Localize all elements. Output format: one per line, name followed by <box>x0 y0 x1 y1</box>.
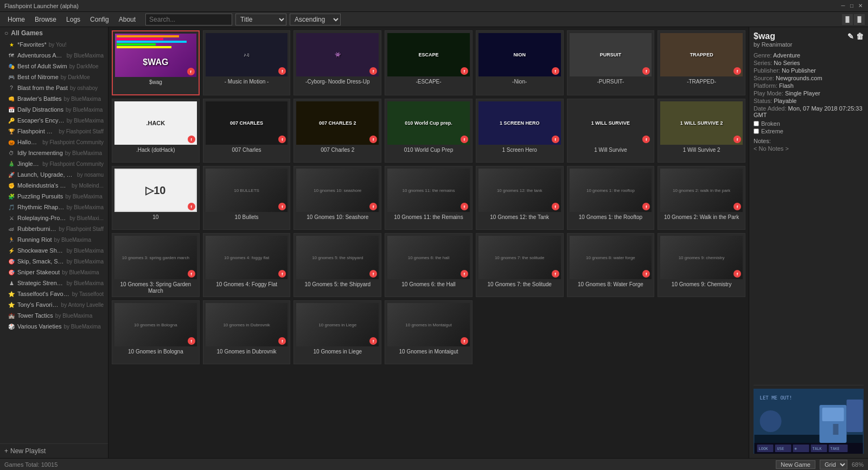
sidebar-item-9[interactable]: 🎃Halloween Haunts by Flashpoint Communit… <box>0 137 108 147</box>
sidebar-item-1[interactable]: 🗺Adventurous Avenues by BlueMaxima <box>0 50 108 61</box>
sidebar-item-0[interactable]: ★*Favorites* by You! <box>0 39 108 50</box>
svg-text:LOOK: LOOK <box>759 447 769 451</box>
sidebar-item-7[interactable]: 🔑Escaper's Encyclopedia by BlueMaxima <box>0 115 108 126</box>
game-card-18[interactable]: 10 gnomes 11: the remains f 10 Gnomes 11… <box>385 166 473 230</box>
game-card-2[interactable]: ♪♫ f - Music in Motion - <box>203 30 291 95</box>
sidebar-item-12[interactable]: 🚀Launch, Upgrade, Repeat by nosamu <box>0 169 108 180</box>
sidebar-item-21[interactable]: 🎯Sniper Stakeout by BlueMaxima <box>0 267 108 278</box>
extreme-checkbox-row: Extreme <box>754 128 864 134</box>
game-title-6: -PURSUIT- <box>597 79 624 92</box>
game-title-13: 1 Will Survive <box>594 147 627 160</box>
game-thumb-2: ♪♫ f <box>206 33 288 76</box>
game-card-12[interactable]: 1 SCREEN HERO f 1 Screen Hero <box>476 99 564 163</box>
layout-btn-1[interactable]: ▐▌ <box>842 14 853 25</box>
game-card-15[interactable]: ▷10 f 10 <box>112 166 200 230</box>
game-card-22[interactable]: 10 gnomes 3: spring garden march f 10 Gn… <box>112 233 200 297</box>
sidebar-item-22[interactable]: ♟Strategic Strengths by BlueMaxima <box>0 278 108 288</box>
sidebar-item-19[interactable]: ⚡Shockwave Shockers by BlueMaxima <box>0 245 108 256</box>
status-bar: Games Total: 10015 New Game Grid List 68… <box>0 458 868 470</box>
broken-checkbox[interactable] <box>754 121 759 126</box>
sidebar-icon-16: ⚔ <box>8 214 15 222</box>
game-card-9[interactable]: 007 CHARLES f 007 Charles <box>203 99 291 163</box>
flash-badge-15: f <box>188 203 195 210</box>
sidebar-all-games[interactable]: ○ All Games <box>0 27 108 39</box>
sidebar-icon-24: ⭐ <box>8 301 15 308</box>
menu-logs[interactable]: Logs <box>62 14 85 25</box>
edit-icon[interactable]: ✎ <box>847 32 854 41</box>
sidebar-item-8[interactable]: 🏆Flashpoint Hall of Fame by Flashpoint S… <box>0 126 108 137</box>
sidebar-item-15[interactable]: 🎵Rhythmic Rhapsodies by BlueMaxima <box>0 202 108 213</box>
sidebar-item-13[interactable]: ✊Molleindustria's Recomme... by Molleind… <box>0 180 108 191</box>
game-card-1[interactable]: $WAG f $wag <box>112 30 200 95</box>
extreme-checkbox[interactable] <box>754 128 759 134</box>
game-card-26[interactable]: 10 gnomes 7: the solitude f 10 Gnomes 7:… <box>476 233 564 297</box>
search-input[interactable] <box>145 14 232 25</box>
game-card-4[interactable]: ESCAPE f -ESCAPE- <box>385 30 473 95</box>
maximize-button[interactable]: □ <box>848 3 855 9</box>
game-card-16[interactable]: 10 BULLETS f 10 Bullets <box>203 166 291 230</box>
minimize-button[interactable]: ─ <box>840 3 846 9</box>
game-card-25[interactable]: 10 gnomes 6: the hall f 10 Gnomes 6: the… <box>385 233 473 297</box>
game-card-17[interactable]: 10 gnomes 10: seashore f 10 Gnomes 10: S… <box>293 166 381 230</box>
game-card-6[interactable]: PURSUIT f -PURSUIT- <box>567 30 655 95</box>
game-card-23[interactable]: 10 gnomes 4: foggy flat f 10 Gnomes 4: F… <box>203 233 291 297</box>
game-card-10[interactable]: 007 CHARLES 2 f 007 Charles 2 <box>293 99 381 163</box>
sidebar-item-11[interactable]: 🎄Jingle Jollies by Flashpoint Community <box>0 158 108 169</box>
new-game-button[interactable]: New Game <box>776 460 815 469</box>
game-card-24[interactable]: 10 gnomes 5: the shipyard f 10 Gnomes 5:… <box>293 233 381 297</box>
view-mode-select[interactable]: Grid List <box>820 460 847 469</box>
game-card-32[interactable]: 10 gnomes in Montaigut f 10 Gnomes in Mo… <box>385 300 473 364</box>
game-card-11[interactable]: 010 World Cup prep. f 010 World Cup Prep <box>385 99 473 163</box>
game-card-13[interactable]: 1 WILL SURVIVE f 1 Will Survive <box>567 99 655 163</box>
sidebar-icon-2: 🎭 <box>8 62 15 70</box>
sidebar-item-6[interactable]: 📅Daily Distractions by BlueMaxima <box>0 104 108 115</box>
menu-home[interactable]: Home <box>3 14 29 25</box>
sidebar-icon-8: 🏆 <box>8 127 15 135</box>
game-card-31[interactable]: 10 gnomes in Liege f 10 Gnomes in Liege <box>293 300 381 364</box>
sidebar-item-25[interactable]: 🏰Tower Tactics by BlueMaxima <box>0 310 108 321</box>
game-card-19[interactable]: 10 gnomes 12: the tank f 10 Gnomes 12: t… <box>476 166 564 230</box>
game-card-30[interactable]: 10 gnomes in Dubrovnik f 10 Gnomes in Du… <box>203 300 291 364</box>
game-card-5[interactable]: NION f -Nion- <box>476 30 564 95</box>
game-title-22: 10 Gnomes 3: Spring Garden March <box>114 281 197 294</box>
menu-browse[interactable]: Browse <box>30 14 61 25</box>
new-playlist-button[interactable]: + New Playlist <box>0 443 108 458</box>
sidebar-item-20[interactable]: 🎯Skip, Smack, Shoot by BlueMaxima <box>0 256 108 267</box>
sidebar-item-5[interactable]: 👊Brawler's Battles by BlueMaxima <box>0 93 108 104</box>
sidebar-item-4[interactable]: ?Blast from the Past by oshaboy <box>0 82 108 93</box>
game-card-20[interactable]: 10 gnomes 1: the rooftop f 10 Gnomes 1: … <box>567 166 655 230</box>
game-card-21[interactable]: 10 gnomes 2: walk in the park f 10 Gnome… <box>658 166 745 230</box>
sidebar-item-26[interactable]: 🎲Various Varieties by BlueMaxima <box>0 321 108 332</box>
sidebar-item-14[interactable]: 🧩Puzzling Pursuits by BlueMaxima <box>0 191 108 202</box>
preview-scene: LET ME OUT! LOOK USE ⊕ TALK TAKE <box>754 389 864 454</box>
sidebar-icon-17: 🏎 <box>8 225 15 233</box>
close-button[interactable]: ✕ <box>857 3 864 9</box>
menu-config[interactable]: Config <box>86 14 113 25</box>
svg-text:⊕: ⊕ <box>795 447 797 451</box>
sidebar-item-10[interactable]: ⏱Idly Incrementing by BlueMaxima <box>0 147 108 158</box>
sidebar-item-24[interactable]: ⭐Tony's Favorites by Antony Lavelle <box>0 299 108 310</box>
game-card-7[interactable]: TRAPPED f -TRAPPED- <box>658 30 745 95</box>
sidebar-item-2[interactable]: 🎭Best of Adult Swim by DarkMoe <box>0 61 108 72</box>
sort-select[interactable]: Title Date Added Series Publisher <box>235 14 286 25</box>
game-thumb-23: 10 gnomes 4: foggy flat f <box>206 236 288 279</box>
menu-about[interactable]: About <box>114 14 140 25</box>
game-card-8[interactable]: .HACK f .Hack (dotHack) <box>112 99 200 163</box>
game-title-28: 10 Gnomes 9: Chemistry <box>672 281 732 294</box>
sidebar-item-3[interactable]: 🎮Best of Nitrome by DarkMoe <box>0 72 108 82</box>
game-card-14[interactable]: 1 WILL SURVIVE 2 f 1 Will Survive 2 <box>658 99 745 163</box>
title-bar: Flashpoint Launcher (alpha) ─ □ ✕ <box>0 0 868 12</box>
sidebar-item-23[interactable]: ⭐Tasselfoot's Favorites by Tasselfoot <box>0 288 108 299</box>
layout-btn-2[interactable]: ▐▌ <box>854 14 865 25</box>
sidebar-item-18[interactable]: 🏃Running Riot by BlueMaxima <box>0 234 108 245</box>
app-title: Flashpoint Launcher (alpha) <box>4 3 79 9</box>
game-card-29[interactable]: 10 gnomes in Bologna f 10 Gnomes in Bolo… <box>112 300 200 364</box>
delete-icon[interactable]: 🗑 <box>856 32 864 41</box>
game-card-27[interactable]: 10 gnomes 8: water forge f 10 Gnomes 8: … <box>567 233 655 297</box>
game-card-3[interactable]: 👾 f -Cyborg- Noodle Dress-Up <box>293 30 381 95</box>
game-card-28[interactable]: 10 gnomes 9: chemistry f 10 Gnomes 9: Ch… <box>658 233 745 297</box>
order-select[interactable]: Ascending Descending <box>290 14 341 25</box>
sidebar-item-16[interactable]: ⚔Roleplaying-Propelled Rese... by BlueMa… <box>0 213 108 223</box>
game-thumb-4: ESCAPE f <box>387 33 470 76</box>
sidebar-item-17[interactable]: 🏎Rubberburning Racing by Flashpoint Staf… <box>0 223 108 234</box>
